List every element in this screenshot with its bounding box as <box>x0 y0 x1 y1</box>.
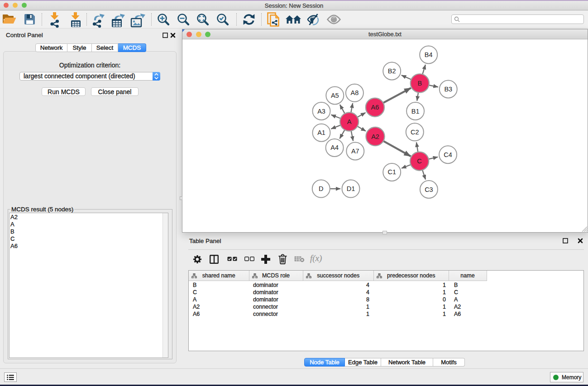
svg-text:C3: C3 <box>425 186 433 193</box>
svg-text:C1: C1 <box>387 168 396 176</box>
svg-text:B2: B2 <box>388 67 396 75</box>
svg-text:C: C <box>417 157 421 165</box>
svg-text:B: B <box>417 80 422 87</box>
svg-text:A: A <box>347 118 352 125</box>
svg-text:A2: A2 <box>371 133 379 140</box>
svg-text:A5: A5 <box>331 92 339 99</box>
svg-text:B3: B3 <box>444 86 452 93</box>
svg-text:C2: C2 <box>411 129 419 136</box>
svg-text:A4: A4 <box>330 144 339 151</box>
svg-text:B4: B4 <box>425 51 433 58</box>
svg-text:A3: A3 <box>317 108 325 115</box>
svg-text:D1: D1 <box>347 185 355 192</box>
svg-text:A1: A1 <box>317 129 325 136</box>
svg-text:A7: A7 <box>351 148 359 155</box>
svg-text:C4: C4 <box>444 151 452 158</box>
svg-text:D: D <box>319 185 323 192</box>
svg-text:B1: B1 <box>411 108 420 115</box>
svg-text:A8: A8 <box>351 89 359 96</box>
svg-text:A6: A6 <box>371 104 379 111</box>
